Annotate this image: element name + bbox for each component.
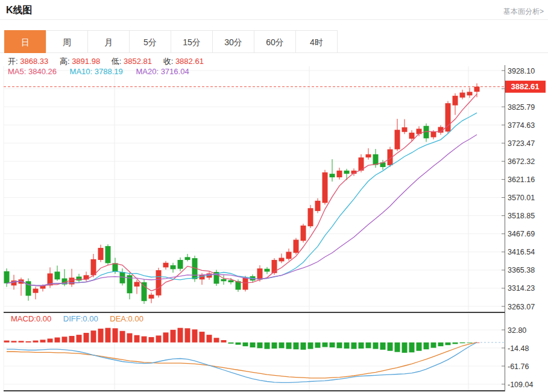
macd-bar <box>113 328 118 342</box>
macd-bar <box>330 343 335 347</box>
svg-text:3314.23: 3314.23 <box>508 284 535 292</box>
svg-text:-61.76: -61.76 <box>508 362 529 371</box>
macd-bar <box>134 335 140 343</box>
svg-text:3672.32: 3672.32 <box>508 157 535 166</box>
macd-bar <box>337 343 342 349</box>
macd-bar <box>308 343 313 349</box>
high-label: 高: <box>60 57 70 66</box>
diff-value: 0.00 <box>83 314 98 323</box>
ma5-line <box>7 94 477 291</box>
tab-30分[interactable]: 30分 <box>212 30 254 53</box>
ma20-label: MA20: <box>136 67 159 76</box>
macd-bar <box>409 343 415 352</box>
interval-tabs: 日周月5分15分30分60分4时 <box>5 30 338 53</box>
macd-bar <box>11 341 17 343</box>
macd-bar <box>19 341 24 343</box>
macd-bar <box>221 340 227 343</box>
close-label: 收: <box>163 57 174 66</box>
macd-bar <box>417 343 422 351</box>
macd-bar <box>156 335 162 342</box>
svg-text:3723.47: 3723.47 <box>508 139 535 148</box>
ma20-value: 3716.04 <box>161 67 189 76</box>
svg-text:3928.10: 3928.10 <box>508 67 535 75</box>
tab-15分[interactable]: 15分 <box>171 30 213 53</box>
svg-text:3416.54: 3416.54 <box>508 248 535 256</box>
macd-bar <box>228 343 234 344</box>
macd-bar <box>98 329 104 343</box>
macd-bar <box>106 328 111 343</box>
macd-bar <box>431 343 436 348</box>
dea-value: 0.00 <box>128 314 143 323</box>
macd-bar <box>265 343 270 349</box>
macd-bar <box>351 343 357 349</box>
macd-bar <box>192 329 198 343</box>
macd-bar <box>380 343 386 350</box>
macd-label: MACD: <box>11 314 36 323</box>
ma5-value: 3840.26 <box>28 67 57 76</box>
macd-bar <box>453 343 458 344</box>
macd-value: 0.00 <box>36 314 51 323</box>
svg-text:3570.01: 3570.01 <box>508 194 535 202</box>
macd-info-row: MACD:0.00 DIFF:0.00 DEA:0.00 <box>11 314 143 323</box>
tab-4时[interactable]: 4时 <box>295 30 338 53</box>
tab-月[interactable]: 月 <box>87 30 130 53</box>
svg-text:-109.04: -109.04 <box>508 381 533 389</box>
macd-bar <box>55 338 60 343</box>
diff-label: DIFF: <box>63 314 83 323</box>
macd-bar <box>4 341 10 343</box>
macd-bar <box>48 338 53 342</box>
macd-bar <box>214 338 219 343</box>
svg-text:3882.61: 3882.61 <box>511 82 540 91</box>
macd-bar <box>460 343 465 343</box>
macd-bar <box>236 343 241 345</box>
macd-bar <box>395 343 400 352</box>
ma-lines <box>7 94 477 291</box>
macd-bar <box>127 334 133 343</box>
macd-bar <box>294 343 299 349</box>
macd-bar <box>402 343 408 353</box>
svg-text:3774.63: 3774.63 <box>508 121 535 130</box>
macd-bar <box>171 330 176 343</box>
macd-bar <box>272 343 277 349</box>
low-label: 低: <box>112 57 122 66</box>
tab-5分[interactable]: 5分 <box>129 30 171 53</box>
macd-bar <box>207 335 212 343</box>
tab-周[interactable]: 周 <box>46 30 88 53</box>
macd-bar <box>26 341 31 343</box>
open-label: 开: <box>8 57 18 66</box>
macd-bar <box>62 337 68 343</box>
macd-bar <box>257 343 263 349</box>
macd-bar <box>33 341 39 343</box>
macd-bar <box>446 343 451 345</box>
macd-bar <box>40 340 46 342</box>
ohlc-info-row: 开: 3868.33 高: 3891.98 低: 3852.81 收: 3882… <box>8 56 213 67</box>
macd-bar <box>424 343 429 349</box>
macd-bar <box>243 343 248 346</box>
price-axis-labels: 3928.103825.793774.633723.473672.323621.… <box>502 67 535 311</box>
svg-text:3518.85: 3518.85 <box>508 212 535 220</box>
ma-info-row: MA5: 3840.26 MA10: 3788.19 MA20: 3716.04 <box>8 67 189 76</box>
macd-axis-labels: 32.80-14.48-61.76-109.04 <box>502 326 533 389</box>
macd-bar <box>315 343 321 348</box>
ma5-label: MA5: <box>8 67 26 76</box>
macd-bar <box>120 331 125 343</box>
ma20-line <box>7 134 477 285</box>
macd-bar <box>163 332 169 342</box>
ma10-value: 3788.19 <box>95 67 123 76</box>
macd-bar <box>438 343 444 346</box>
macd-bar <box>178 328 183 343</box>
macd-bar <box>323 343 328 347</box>
macd-bar <box>77 335 82 343</box>
tab-60分[interactable]: 60分 <box>254 30 296 53</box>
kline-page: { "header": { "title": "K线图", "link": "基… <box>0 0 548 392</box>
macd-bar <box>344 343 350 349</box>
macd-bar <box>69 336 75 343</box>
tab-日[interactable]: 日 <box>4 30 46 53</box>
svg-text:3365.38: 3365.38 <box>508 266 535 274</box>
current-price-tag: 3882.61 <box>505 81 546 93</box>
macd-bar <box>279 343 285 349</box>
svg-text:3621.16: 3621.16 <box>508 175 535 184</box>
svg-text:32.80: 32.80 <box>508 326 526 335</box>
macd-bar <box>142 337 147 343</box>
macd-pane <box>4 328 505 383</box>
